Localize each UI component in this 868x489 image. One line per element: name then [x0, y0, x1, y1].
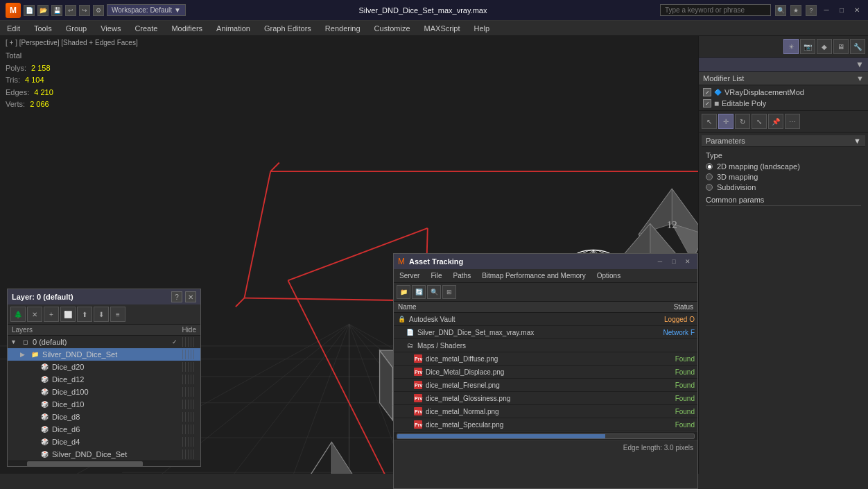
options-icon[interactable]: ⚙	[93, 5, 104, 16]
layer-drag-handle-7[interactable]	[182, 424, 196, 434]
radio-3d[interactable]: 3D mapping	[706, 173, 861, 181]
layer-drag-handle-3[interactable]	[182, 375, 196, 384]
asset-menu-options[interactable]: Options	[591, 271, 626, 281]
radio-3d-dot[interactable]	[706, 173, 713, 180]
layer-help-button[interactable]: ?	[171, 291, 182, 302]
asset-item-7[interactable]: Prvdice_metal_Normal.pngFound	[394, 405, 697, 418]
new-file-icon[interactable]: 📄	[24, 5, 35, 16]
layer-item-5[interactable]: 🎲Dice_d10	[8, 398, 200, 411]
layer-drag-handle-6[interactable]	[182, 412, 196, 422]
asset-menu-file[interactable]: File	[425, 271, 447, 281]
modifier-editable-poly[interactable]: ✓ ◼ Editable Poly	[699, 98, 868, 109]
asset-list[interactable]: 🔒Autodesk VaultLogged O📄Silver_DND_Dice_…	[394, 313, 697, 431]
asset-item-1[interactable]: 📄Silver_DND_Dice_Set_max_vray.maxNetwork…	[394, 326, 697, 339]
layer-list[interactable]: ▼◻0 (default)✓▶📁Silver_DND_Dice_Set🎲Dice…	[8, 336, 200, 461]
asset-item-0[interactable]: 🔒Autodesk VaultLogged O	[394, 313, 697, 326]
asset-item-8[interactable]: Prvdice_metal_Specular.pngFound	[394, 418, 697, 431]
rp-icon-light[interactable]: ☀	[783, 39, 799, 54]
layer-move-down-icon[interactable]: ⬇	[94, 307, 109, 322]
search-input[interactable]	[660, 4, 771, 16]
rp-toolbar-move[interactable]: ✛	[718, 114, 734, 129]
layer-item-4[interactable]: 🎲Dice_d100	[8, 386, 200, 398]
menu-rendering[interactable]: Rendering	[318, 21, 367, 35]
menu-graph-editors[interactable]: Graph Editors	[257, 21, 318, 35]
rp-icon-display[interactable]: 🖥	[833, 39, 849, 54]
asset-minimize-button[interactable]: ─	[654, 256, 666, 267]
redo-icon[interactable]: ↪	[79, 5, 90, 16]
asset-item-6[interactable]: Prvdice_metal_Glossiness.pngFound	[394, 392, 697, 405]
modifier-vray[interactable]: ✓ 🔷 VRayDisplacementMod	[699, 87, 868, 98]
asset-item-4[interactable]: PrvDice_Metal_Displace.pngFound	[394, 366, 697, 379]
menu-group[interactable]: Group	[59, 21, 94, 35]
layer-item-2[interactable]: 🎲Dice_d20	[8, 361, 200, 373]
layer-close-button[interactable]: ✕	[185, 291, 196, 302]
asset-toolbar-btn3[interactable]: 🔍	[427, 285, 441, 299]
bookmark-icon[interactable]: ★	[790, 5, 801, 16]
rp-icon-geometry[interactable]: ◆	[817, 39, 832, 54]
layer-drag-handle-0[interactable]	[182, 337, 196, 347]
layer-add-icon[interactable]: +	[44, 307, 59, 322]
menu-modifiers[interactable]: Modifiers	[164, 21, 209, 35]
rp-icon-camera[interactable]: 📷	[800, 39, 815, 54]
rp-toolbar-rotate[interactable]: ↻	[735, 114, 750, 129]
layer-drag-handle-8[interactable]	[182, 437, 196, 447]
layer-drag-handle-4[interactable]	[182, 387, 196, 397]
asset-menu-paths[interactable]: Paths	[448, 271, 477, 281]
layer-drag-handle-1[interactable]	[182, 350, 196, 359]
asset-close-button[interactable]: ✕	[682, 256, 693, 267]
menu-edit[interactable]: Edit	[0, 21, 27, 35]
rp-toolbar-pin[interactable]: 📌	[768, 114, 783, 129]
close-button[interactable]: ✕	[851, 5, 862, 16]
open-icon[interactable]: 📂	[37, 5, 49, 16]
layer-scroll-thumb[interactable]	[27, 461, 143, 467]
layer-item-9[interactable]: 🎲Silver_DND_Dice_Set	[8, 448, 200, 461]
radio-2d[interactable]: 2D mapping (landscape)	[706, 162, 861, 171]
layer-options-icon[interactable]: ≡	[110, 307, 125, 322]
rp-icon-utils[interactable]: 🔧	[850, 39, 865, 54]
object-name-input[interactable]: Dice_d10	[703, 60, 856, 69]
modifier-list-arrow[interactable]: ▼	[856, 74, 864, 83]
asset-toolbar-btn1[interactable]: 📁	[397, 285, 410, 299]
object-name-arrow[interactable]: ▼	[856, 60, 864, 69]
radio-subdivision[interactable]: Subdivision	[706, 183, 861, 191]
radio-2d-dot[interactable]	[706, 163, 713, 170]
asset-menu-bitmap[interactable]: Bitmap Performance and Memory	[476, 271, 591, 281]
layer-create-icon[interactable]: ⬜	[60, 307, 76, 322]
layer-drag-handle-9[interactable]	[182, 449, 196, 459]
menu-tools[interactable]: Tools	[27, 21, 59, 35]
maximize-button[interactable]: □	[836, 5, 847, 16]
params-header[interactable]: Parameters ▼	[702, 135, 865, 147]
menu-views[interactable]: Views	[94, 21, 128, 35]
layer-item-7[interactable]: 🎲Dice_d6	[8, 423, 200, 436]
asset-item-2[interactable]: 🗂Maps / Shaders	[394, 339, 697, 352]
menu-animation[interactable]: Animation	[209, 21, 257, 35]
menu-customize[interactable]: Customize	[367, 21, 417, 35]
undo-icon[interactable]: ↩	[65, 5, 76, 16]
layer-tree-icon[interactable]: 🌲	[10, 307, 26, 322]
asset-menu-server[interactable]: Server	[394, 271, 425, 281]
layer-item-1[interactable]: ▶📁Silver_DND_Dice_Set	[8, 348, 200, 361]
layer-item-0[interactable]: ▼◻0 (default)✓	[8, 336, 200, 348]
rp-toolbar-more[interactable]: ⋯	[785, 114, 800, 129]
asset-toolbar-btn2[interactable]: 🔄	[412, 285, 426, 299]
radio-subdivision-dot[interactable]	[706, 184, 713, 191]
asset-item-3[interactable]: Prvdice_metal_Diffuse.pngFound	[394, 352, 697, 366]
modifier-poly-checkbox[interactable]: ✓	[703, 99, 711, 108]
menu-maxscript[interactable]: MAXScript	[417, 21, 467, 35]
menu-help[interactable]: Help	[467, 21, 497, 35]
layer-drag-handle-5[interactable]	[182, 400, 196, 409]
layer-delete-icon[interactable]: ✕	[27, 307, 42, 322]
layer-item-6[interactable]: 🎲Dice_d8	[8, 411, 200, 423]
save-icon[interactable]: 💾	[51, 5, 62, 16]
layer-item-3[interactable]: 🎲Dice_d12	[8, 373, 200, 386]
modifier-vray-checkbox[interactable]: ✓	[703, 88, 711, 96]
asset-maximize-button[interactable]: □	[668, 256, 679, 267]
layer-drag-handle-2[interactable]	[182, 362, 196, 372]
workspace-selector[interactable]: Workspace: Default ▼	[107, 4, 186, 16]
asset-item-5[interactable]: Prvdice_metal_Fresnel.pngFound	[394, 379, 697, 392]
search-icon[interactable]: 🔍	[775, 5, 786, 16]
rp-toolbar-select[interactable]: ↖	[702, 114, 717, 129]
layer-item-8[interactable]: 🎲Dice_d4	[8, 436, 200, 448]
rp-toolbar-scale[interactable]: ⤡	[752, 114, 767, 129]
layer-move-up-icon[interactable]: ⬆	[77, 307, 92, 322]
